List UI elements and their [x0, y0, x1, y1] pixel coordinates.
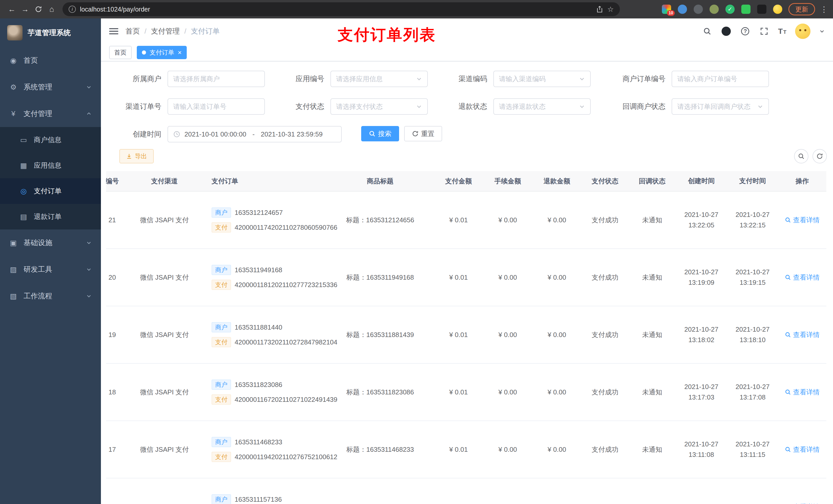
extension-icon-olive[interactable]: [710, 5, 719, 14]
view-detail-link[interactable]: 查看详情: [785, 216, 820, 224]
fullscreen-icon[interactable]: [759, 26, 769, 37]
channel-code-select[interactable]: 请输入渠道编码: [493, 71, 591, 87]
app-select[interactable]: 请选择应用信息: [330, 71, 428, 87]
sidebar-item-workflow[interactable]: ▧ 工作流程: [0, 283, 101, 309]
column-header-create-time: 创建时间: [676, 171, 727, 191]
bookmark-star-icon[interactable]: ☆: [607, 5, 614, 14]
back-icon[interactable]: ←: [5, 3, 19, 16]
search-button[interactable]: 搜索: [361, 126, 399, 141]
cell-pay-amount: ¥ 0.01: [434, 421, 483, 478]
refresh-table-button[interactable]: [812, 149, 827, 163]
cell-create-time: 2021-10-27 13:22:05: [676, 192, 727, 248]
breadcrumb-payment[interactable]: 支付管理: [151, 26, 180, 36]
tab-pay-order[interactable]: 支付订单 ×: [137, 46, 187, 59]
table-scroll-area[interactable]: 编号 支付渠道 支付订单 商品标题 支付金额 手续金额 退款金额 支付状态 回调…: [106, 171, 828, 504]
cell-pay-status: 支付成功: [581, 249, 628, 306]
extension-icon-colorful[interactable]: 10: [662, 5, 671, 14]
tab-home[interactable]: 首页: [109, 46, 132, 59]
column-header-fee: 手续金额: [483, 171, 532, 191]
merchant-order-no-input[interactable]: [672, 71, 769, 87]
search-icon[interactable]: [702, 26, 712, 37]
export-button[interactable]: 导出: [119, 149, 154, 163]
cell-pay-channel: 微信 JSAPI 支付: [123, 421, 206, 478]
app-label: 应用编号: [279, 74, 330, 84]
font-size-icon[interactable]: TT: [778, 27, 786, 35]
avatar-caret-icon[interactable]: [819, 28, 825, 34]
merchant-order-no: 1635311468233: [235, 438, 282, 446]
home-icon[interactable]: ⌂: [45, 3, 58, 16]
breadcrumb-current: 支付订单: [191, 26, 220, 36]
cell-notify-status: 未通知: [628, 421, 676, 478]
tab-close-icon[interactable]: ×: [178, 49, 182, 56]
share-icon[interactable]: [596, 6, 603, 13]
sidebar-item-infra[interactable]: ▣ 基础设施: [0, 230, 101, 256]
forward-icon[interactable]: →: [19, 3, 32, 16]
merchant-tag: 商户: [212, 208, 231, 218]
toggle-search-button[interactable]: [794, 149, 808, 163]
sidebar-item-pay-order[interactable]: ◎ 支付订单: [0, 178, 101, 204]
extensions-pin-icon[interactable]: [757, 5, 766, 14]
view-detail-link[interactable]: 查看详情: [785, 445, 820, 454]
fold-menu-icon[interactable]: [109, 28, 118, 34]
grid-icon: ▦: [20, 161, 28, 170]
cell-pay-channel: 微信 JSAPI 支付: [123, 249, 206, 306]
pay-status-label: 支付状态: [279, 102, 330, 112]
notify-status-select[interactable]: 请选择订单回调商户状态: [672, 98, 769, 115]
extension-badge: 10: [667, 10, 675, 16]
help-icon[interactable]: ?: [740, 26, 750, 37]
breadcrumb-home[interactable]: 首页: [125, 26, 140, 36]
sidebar-item-label: 工作流程: [24, 291, 52, 301]
merchant-input[interactable]: [168, 71, 265, 87]
browser-profile-avatar[interactable]: [773, 5, 782, 14]
reload-icon[interactable]: [32, 3, 45, 16]
table-row: 17 微信 JSAPI 支付 商户 1635311468233 支付 42000…: [106, 421, 826, 478]
sidebar-item-app-info[interactable]: ▦ 应用信息: [0, 153, 101, 178]
pay-tag: 支付: [212, 394, 231, 405]
view-detail-link[interactable]: 查看详情: [785, 388, 820, 397]
chevron-down-icon: [86, 293, 92, 299]
cell-product-title: 标题：1635311949168: [326, 249, 434, 306]
reset-button[interactable]: 重置: [404, 126, 442, 141]
view-detail-link[interactable]: 查看详情: [785, 273, 820, 282]
channel-order-no-input[interactable]: [168, 98, 265, 115]
sidebar-item-system[interactable]: ⚙ 系统管理: [0, 74, 101, 100]
tool-icon: ▨: [9, 265, 18, 274]
sidebar-item-dev-tools[interactable]: ▨ 研发工具: [0, 256, 101, 283]
cell-pay-order: 商户 1635311157136 支付: [206, 478, 326, 504]
extension-icon-gray[interactable]: [694, 5, 703, 14]
cell-pay-channel: 微信 JSAPI 支付: [123, 364, 206, 421]
cell-fee-amount: [483, 478, 532, 504]
site-info-icon[interactable]: i: [69, 6, 76, 13]
cell-refund-amount: ¥ 0.00: [532, 421, 581, 478]
sidebar-item-home[interactable]: ◉ 首页: [0, 47, 101, 74]
table-row: 18 微信 JSAPI 支付 商户 1635311823086 支付 42000…: [106, 364, 826, 421]
cell-refund-amount: ¥ 0.00: [532, 192, 581, 248]
annotation-pay-order-list: 支付订单列表: [338, 25, 436, 45]
cell-id: [106, 478, 123, 504]
view-detail-link[interactable]: 查看详情: [785, 502, 820, 504]
browser-menu-icon[interactable]: ⋮: [820, 5, 828, 14]
clock-icon: [173, 130, 180, 138]
view-detail-link[interactable]: 查看详情: [785, 330, 820, 339]
cell-fee-amount: ¥ 0.00: [483, 249, 532, 306]
sidebar-item-payment[interactable]: ¥ 支付管理: [0, 100, 101, 127]
pay-status-select[interactable]: 请选择支付状态: [330, 98, 428, 115]
refund-status-select[interactable]: 请选择退款状态: [493, 98, 591, 115]
browser-update-button[interactable]: 更新: [788, 3, 815, 15]
cell-pay-channel: 微信 JSAPI 支付: [123, 192, 206, 248]
user-avatar[interactable]: [795, 24, 810, 39]
sidebar-item-merchant-info[interactable]: ▭ 商户信息: [0, 127, 101, 153]
merchant-order-no: 1635311157136: [235, 496, 282, 503]
create-time-range-picker[interactable]: 2021-10-01 00:00:00 - 2021-10-31 23:59:5…: [168, 126, 342, 142]
github-icon[interactable]: [721, 26, 731, 37]
url-bar[interactable]: i localhost:1024/pay/order ☆: [63, 2, 620, 16]
sidebar: 芋道管理系统 ◉ 首页 ⚙ 系统管理 ¥ 支付管理 ▭ 商户信息: [0, 19, 101, 504]
cell-pay-order: 商户 1635311949168 支付 42000011812021102777…: [206, 249, 326, 306]
extension-icon-blue[interactable]: [678, 5, 687, 14]
extension-icon-chat[interactable]: [741, 5, 751, 14]
column-header-status: 支付状态: [581, 171, 628, 191]
active-tab-dot: [142, 50, 146, 54]
cell-pay-order: 商户 1635311823086 支付 42000011672021102710…: [206, 364, 326, 421]
extension-icon-check[interactable]: ✓: [725, 5, 735, 14]
sidebar-item-refund-order[interactable]: ▤ 退款订单: [0, 204, 101, 230]
